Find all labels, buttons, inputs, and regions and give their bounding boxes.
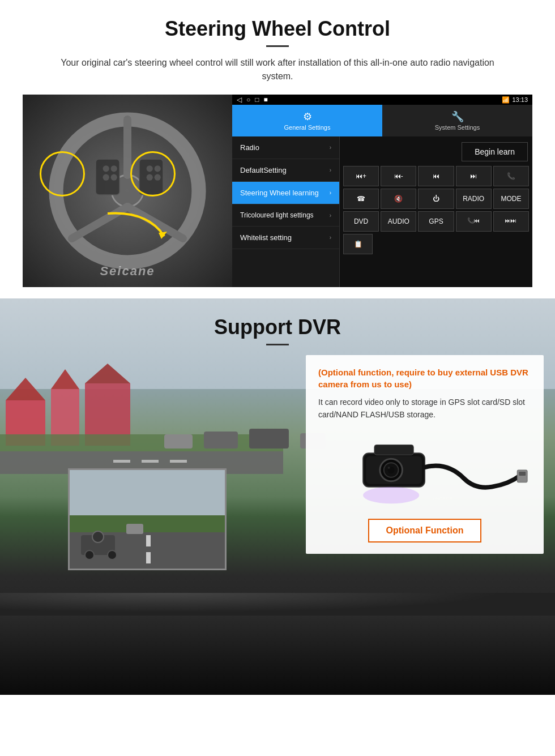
svg-rect-24 <box>113 460 130 463</box>
svg-text:Seicane: Seicane <box>430 495 452 502</box>
dvr-section: Support DVR <box>0 298 555 695</box>
tab-system-label: System Settings <box>435 124 480 131</box>
dvr-camera-svg: Seicane <box>318 433 531 507</box>
tab-system-settings[interactable]: 🔧 System Settings <box>382 105 532 136</box>
nav-back-icon[interactable]: ◁ <box>237 96 242 104</box>
chevron-icon-2: › <box>330 167 331 173</box>
svg-point-9 <box>103 174 109 181</box>
ctrl-phone-prev[interactable]: 📞⏮ <box>456 211 492 232</box>
android-right: Begin learn ⏮+ ⏮- ⏮ ⏭ 📞 ☎ 🔇 ⏻ <box>340 136 532 287</box>
ctrl-power[interactable]: ⏻ <box>418 189 454 209</box>
svg-point-40 <box>92 531 104 543</box>
nav-square-icon[interactable]: □ <box>255 96 259 104</box>
steering-section: Steering Wheel Control Your original car… <box>0 0 555 298</box>
menu-whitelist[interactable]: Whitelist setting › <box>232 227 339 249</box>
android-statusbar: ◁ ○ □ ■ 📶 13:13 <box>232 95 532 105</box>
ctrl-gps[interactable]: GPS <box>418 211 454 232</box>
ctrl-radio[interactable]: RADIO <box>456 189 492 209</box>
svg-rect-28 <box>204 432 238 449</box>
steering-subtitle: Your original car's steering wheel contr… <box>45 56 510 83</box>
svg-point-8 <box>111 165 117 172</box>
svg-point-10 <box>111 174 117 181</box>
chevron-icon-3: › <box>330 190 331 196</box>
ctrl-extra[interactable]: 📋 <box>343 234 373 254</box>
svg-rect-35 <box>146 552 151 563</box>
svg-point-7 <box>103 165 109 172</box>
nav-dot-icon[interactable]: ■ <box>264 96 268 104</box>
nav-home-icon[interactable]: ○ <box>246 96 250 104</box>
menu-radio[interactable]: Radio › <box>232 136 339 159</box>
dvr-small-screen-inner <box>70 470 225 569</box>
dashboard-curve <box>0 593 555 616</box>
menu-default-label: DefaultSetting <box>240 166 287 174</box>
menu-whitelist-label: Whitelist setting <box>240 233 292 242</box>
ctrl-skip-next[interactable]: ⏭⏭ <box>493 211 529 232</box>
tab-general-label: General Settings <box>284 124 331 131</box>
arrow-overlay <box>102 208 170 242</box>
ctrl-mode[interactable]: MODE <box>493 189 529 209</box>
svg-rect-32 <box>70 515 227 532</box>
chevron-icon-5: › <box>330 234 331 241</box>
highlight-circle-left <box>40 151 85 197</box>
ctrl-next[interactable]: ⏭ <box>456 166 492 186</box>
dvr-divider <box>266 344 289 345</box>
control-row-2: ☎ 🔇 ⏻ RADIO MODE <box>343 189 529 209</box>
optional-function-button[interactable]: Optional Function <box>368 519 482 543</box>
ctrl-audio[interactable]: AUDIO <box>381 211 416 232</box>
steering-photo: Seicane <box>23 95 232 287</box>
ctrl-hangup[interactable]: ☎ <box>343 189 379 209</box>
chevron-icon: › <box>330 144 331 151</box>
svg-marker-15 <box>159 232 167 239</box>
tab-general-settings[interactable]: ⚙ General Settings <box>232 105 382 136</box>
svg-rect-49 <box>519 472 526 476</box>
dvr-optional-heading: (Optional function, require to buy exter… <box>318 366 531 390</box>
svg-rect-29 <box>249 429 289 449</box>
dvr-header: Support DVR <box>0 298 555 354</box>
steering-photo-bg: Seicane <box>23 95 232 287</box>
ctrl-phone[interactable]: 📞 <box>493 166 529 186</box>
steering-title: Steering Wheel Control <box>23 17 532 41</box>
control-row-4: 📋 <box>343 234 529 254</box>
dvr-camera-image: Seicane <box>318 430 531 510</box>
svg-rect-31 <box>70 470 227 515</box>
begin-learn-button[interactable]: Begin learn <box>462 142 528 161</box>
chevron-icon-4: › <box>330 212 331 219</box>
svg-marker-17 <box>6 378 45 400</box>
statusbar-time: 13:13 <box>512 96 528 103</box>
android-tabs: ⚙ General Settings 🔧 System Settings <box>232 105 532 136</box>
svg-rect-47 <box>374 445 413 455</box>
wifi-icon: 📶 <box>502 96 510 104</box>
dvr-description: It can record video only to storage in G… <box>318 396 531 421</box>
dvr-title: Support DVR <box>0 315 555 339</box>
svg-rect-36 <box>126 524 143 534</box>
ctrl-prev[interactable]: ⏮ <box>418 166 454 186</box>
menu-radio-label: Radio <box>240 143 259 152</box>
menu-tricoloured[interactable]: Tricoloured light settings › <box>232 204 339 227</box>
control-row-1: ⏮+ ⏮- ⏮ ⏭ 📞 <box>343 166 529 186</box>
svg-point-46 <box>388 467 390 469</box>
dvr-info-card: (Optional function, require to buy exter… <box>306 355 544 554</box>
svg-point-50 <box>363 486 419 503</box>
ctrl-mute[interactable]: 🔇 <box>381 189 416 209</box>
android-panel: ◁ ○ □ ■ 📶 13:13 ⚙ General Settings 🔧 Sys… <box>232 95 532 287</box>
ctrl-dvd[interactable]: DVD <box>343 211 379 232</box>
ctrl-vol-down[interactable]: ⏮- <box>381 166 416 186</box>
steering-watermark: Seicane <box>100 264 155 279</box>
dvr-dashboard <box>0 593 555 695</box>
system-icon: 🔧 <box>385 110 530 123</box>
svg-rect-27 <box>164 434 193 449</box>
divider <box>266 45 289 47</box>
menu-tricoloured-label: Tricoloured light settings <box>240 211 314 219</box>
optional-function-container: Optional Function <box>318 519 531 543</box>
steering-demo: Seicane ◁ ○ □ ■ 📶 13:13 ⚙ General Set <box>23 95 532 287</box>
control-row-3: DVD AUDIO GPS 📞⏮ ⏭⏭ <box>343 211 529 232</box>
menu-steering-wheel-learning[interactable]: Steering Wheel learning › <box>232 182 339 204</box>
svg-marker-19 <box>51 369 79 389</box>
highlight-circle-right <box>130 151 176 197</box>
menu-steering-label: Steering Wheel learning <box>240 189 319 197</box>
svg-marker-21 <box>85 364 130 383</box>
ctrl-vol-up[interactable]: ⏮+ <box>343 166 379 186</box>
menu-default-setting[interactable]: DefaultSetting › <box>232 159 339 182</box>
android-content: Radio › DefaultSetting › Steering Wheel … <box>232 136 532 287</box>
gear-icon: ⚙ <box>234 110 380 123</box>
